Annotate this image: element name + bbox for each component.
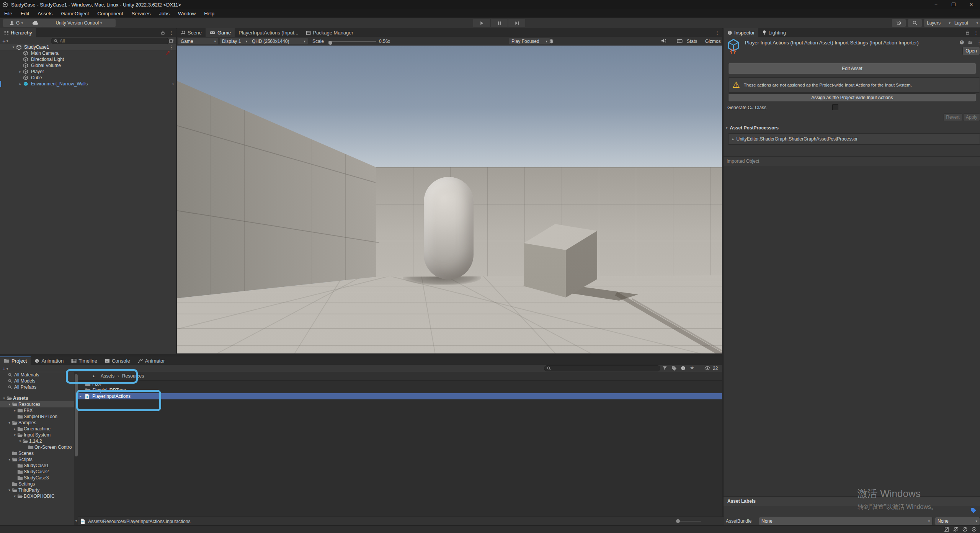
folder-scripts[interactable]: ▾Scripts [0,456,74,463]
tab-console[interactable]: Console [101,356,134,365]
expand-arrow-icon[interactable]: ▸ [80,394,83,398]
tab-project[interactable]: Project [0,356,31,365]
cloud-button[interactable] [26,19,44,27]
mute-audio-icon[interactable] [661,38,666,43]
expand-arrow-icon[interactable]: ▾ [12,494,17,498]
folder-fbx[interactable]: ▸FBX [0,407,74,414]
play-button[interactable] [473,19,490,27]
tab-lighting[interactable]: Lighting [758,28,790,37]
menu-jobs[interactable]: Jobs [155,9,173,18]
generate-class-checkbox[interactable] [832,104,838,110]
folder-input-system[interactable]: ▾Input System [0,432,74,438]
game-viewport[interactable] [177,46,722,353]
asset-simpleurptoon[interactable]: SimpleURPToon [78,387,722,393]
menu-file[interactable]: File [0,9,16,18]
input-debug-icon[interactable] [677,39,683,43]
show-children-chevron-icon[interactable]: › [172,81,174,87]
folder-simpleurptoon[interactable]: SimpleURPToon [0,414,74,420]
lock-icon[interactable] [965,30,970,35]
collapse-pane-icon[interactable]: ▲ [92,374,95,378]
header-menu-icon[interactable]: ⋮ [977,39,980,45]
folder-studycase3[interactable]: StudyCase3 [0,475,74,481]
postprocessor-item[interactable]: ▸ UnityEditor.ShaderGraph.ShaderGraphAss… [728,133,980,145]
folder-scenes[interactable]: Scenes [0,450,74,456]
create-object-button[interactable]: + ▾ [2,38,8,44]
save-search-icon[interactable]: ★ [690,365,694,371]
expand-arrow-icon[interactable]: ▾ [7,421,12,425]
display-mode-dropdown[interactable]: Game ▾ [178,38,218,44]
folder-boxophobic[interactable]: ▾BOXOPHOBIC [0,493,74,499]
asset-labels-tag-icon[interactable] [970,507,977,513]
console-muted-icon[interactable] [944,526,949,532]
undo-history-button[interactable] [892,19,906,27]
open-asset-button[interactable]: Open [962,47,980,55]
hidden-packages-eye-icon[interactable] [704,366,710,370]
folder-settings[interactable]: Settings [0,481,74,487]
tab-scene[interactable]: Scene [177,28,206,37]
project-search-field[interactable] [544,365,660,371]
icon-size-knob[interactable] [676,519,680,523]
panel-menu-icon[interactable]: ⋮ [715,30,720,36]
tab-timeline[interactable]: Timeline [67,356,101,365]
search-by-type-icon[interactable] [662,366,667,371]
folder-samples[interactable]: ▾Samples [0,420,74,426]
menu-gameobject[interactable]: GameObject [57,9,93,18]
folder-assets[interactable]: ▾Assets [0,395,74,401]
hierarchy-item-player[interactable]: ▸Player [0,69,176,75]
search-window-icon[interactable] [169,38,174,43]
display-target-dropdown[interactable]: Display 1 ▾ [220,38,250,44]
stats-button[interactable]: Stats [687,39,697,44]
breadcrumb-current[interactable]: Resources [122,373,144,379]
account-button[interactable]: G ▾ [3,19,29,27]
folder-studycase1[interactable]: StudyCase1 [0,463,74,469]
maximize-button[interactable]: ❐ [945,0,962,9]
tasks-complete-icon[interactable] [971,526,977,532]
hierarchy-item-main-camera[interactable]: Main Camera [0,50,176,56]
assetbundle-dropdown[interactable]: None ▾ [759,517,933,525]
hierarchy-item-global-volume[interactable]: Global Volume [0,62,176,69]
breadcrumb-root[interactable]: Assets [101,373,114,379]
folder-cinemachine[interactable]: ▸Cinemachine [0,426,74,432]
expand-arrow-icon[interactable]: ▾ [2,396,7,400]
lock-icon[interactable] [161,30,165,35]
search-by-label-icon[interactable] [671,366,677,371]
menu-component[interactable]: Component [93,9,127,18]
expand-arrow-icon[interactable]: ▸ [12,409,17,412]
menu-help[interactable]: Help [200,9,219,18]
tab-package-manager[interactable]: Package Manager [302,28,357,37]
scroll-down-icon[interactable]: ▾ [74,519,78,523]
expand-arrow-icon[interactable]: ▾ [7,458,12,461]
folder-thirdparty[interactable]: ▾ThirdParty [0,487,74,493]
layout-dropdown[interactable]: Layout ▾ [952,19,980,27]
tab-animator[interactable]: Animator [134,356,169,365]
hierarchy-search-field[interactable] [51,38,169,44]
apply-button[interactable]: Apply [963,113,980,121]
menu-services[interactable]: Services [127,9,155,18]
revert-button[interactable]: Revert [943,113,962,121]
expand-arrow-icon[interactable]: ▾ [18,439,23,443]
search-info-icon[interactable] [681,366,686,371]
scene-header-row[interactable]: ▾ StudyCase1 ⋮ [0,44,176,50]
favorite-all-models[interactable]: All Models [0,378,74,384]
scene-menu-icon[interactable]: ⋮ [169,44,174,50]
expand-arrow-icon[interactable]: ▸ [18,82,23,86]
favorite-all-prefabs[interactable]: All Prefabs [0,384,74,390]
postprocessors-foldout[interactable]: ▾ Asset PostProcessors [724,124,980,132]
edit-asset-button[interactable]: Edit Asset [728,63,976,74]
project-search-input[interactable] [553,366,658,371]
expand-arrow-icon[interactable]: ▸ [12,427,17,431]
tab-playerinputactions[interactable]: PlayerInputActions (Input... [235,28,302,37]
step-button[interactable] [508,19,525,27]
folder-on-screen-contro[interactable]: On-Screen Contro [0,444,74,450]
menu-assets[interactable]: Assets [33,9,57,18]
folder-1-14-2[interactable]: ▾1.14.2 [0,438,74,444]
layers-dropdown[interactable]: Layers ▾ [924,19,953,27]
menu-edit[interactable]: Edit [16,9,33,18]
hierarchy-search-input[interactable] [60,38,167,44]
expand-arrow-icon[interactable]: ▾ [11,45,16,49]
expand-arrow-icon[interactable]: ▾ [12,433,17,437]
hierarchy-item-directional-light[interactable]: Directional Light [0,56,176,62]
scrollbar-thumb[interactable] [75,374,78,456]
scale-slider-knob[interactable] [328,41,332,45]
tab-inspector[interactable]: Inspector [724,28,758,37]
